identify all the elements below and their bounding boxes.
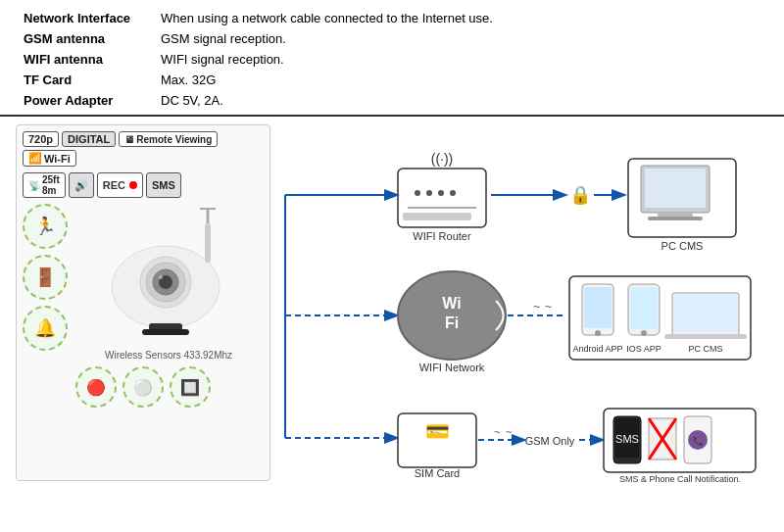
svg-text:💳: 💳 bbox=[425, 419, 450, 443]
network-diagram-svg: PC CMS === --> ((·)) WIFI Router 🔒 bbox=[280, 124, 760, 487]
sensor-pir: 🏃 bbox=[23, 204, 68, 249]
svg-text:~: ~ bbox=[545, 300, 552, 314]
camera-label: Wireless Sensors 433.92Mhz bbox=[105, 350, 232, 361]
sensors-bottom-row: 🔴 ⚪ 🔲 bbox=[23, 366, 264, 408]
spec-label: WIFI antenna bbox=[16, 49, 153, 70]
badge-remote-viewing: 🖥 Remote Viewing bbox=[119, 131, 218, 147]
badge-sms: SMS bbox=[146, 172, 181, 198]
alarm-icon: 🔴 bbox=[86, 378, 106, 397]
svg-point-46 bbox=[641, 330, 647, 336]
badge-range: 📡 25ft8m bbox=[23, 172, 66, 198]
svg-rect-45 bbox=[630, 288, 658, 329]
specs-table-wrapper: Network InterfaceWhen using a network ca… bbox=[0, 0, 784, 117]
spec-label: Network Interface bbox=[16, 8, 153, 28]
camera-image-area: Wireless Sensors 433.92Mhz bbox=[74, 204, 264, 361]
svg-text:SMS & Phone Call Notification.: SMS & Phone Call Notification. bbox=[619, 474, 741, 484]
monitor-icon: 🖥 bbox=[124, 134, 134, 145]
sensors-left-column: 🏃 🚪 🔔 bbox=[23, 204, 68, 361]
badge-digital: DIGITAL bbox=[62, 131, 116, 147]
smoke-icon: 🔔 bbox=[34, 317, 56, 339]
spec-value: GSM signal reception. bbox=[153, 28, 768, 49]
badge-wifi: 📶 Wi-Fi bbox=[23, 150, 76, 167]
rec-indicator bbox=[129, 181, 137, 189]
camera-main-area: 🏃 🚪 🔔 bbox=[23, 204, 264, 361]
svg-point-7 bbox=[159, 275, 163, 279]
svg-text:WIFI Router: WIFI Router bbox=[413, 230, 471, 242]
camera-svg bbox=[95, 204, 242, 346]
specs-table: Network InterfaceWhen using a network ca… bbox=[16, 8, 768, 111]
svg-rect-10 bbox=[205, 223, 211, 263]
camera-panel: 720p DIGITAL 🖥 Remote Viewing 📶 Wi-Fi 📡 … bbox=[16, 124, 270, 481]
svg-text:SIM Card: SIM Card bbox=[415, 467, 460, 479]
spec-label: Power Adapter bbox=[16, 90, 153, 111]
svg-rect-18 bbox=[403, 213, 471, 220]
svg-rect-9 bbox=[142, 329, 189, 335]
badge-speaker: 🔊 bbox=[69, 172, 94, 198]
sensor-smoke: 🔔 bbox=[23, 306, 68, 351]
spec-value: Max. 32G bbox=[153, 70, 768, 90]
spec-value: DC 5V, 2A. bbox=[153, 90, 768, 111]
wifi-icon: 📶 bbox=[28, 152, 42, 165]
svg-point-16 bbox=[438, 190, 444, 196]
svg-text:~: ~ bbox=[533, 300, 540, 314]
svg-point-15 bbox=[426, 190, 432, 196]
svg-text:PC CMS: PC CMS bbox=[662, 240, 704, 252]
sensor-sensor3: 🔲 bbox=[170, 366, 211, 408]
sensor-alarm: 🔴 bbox=[75, 366, 117, 408]
svg-text:Fi: Fi bbox=[445, 314, 459, 331]
range-icon: 📡 bbox=[28, 180, 40, 191]
svg-rect-24 bbox=[645, 169, 706, 208]
svg-text:GSM Only: GSM Only bbox=[525, 435, 575, 447]
spec-label: GSM antenna bbox=[16, 28, 153, 49]
speaker-icon: 🔊 bbox=[74, 179, 88, 192]
camera-badges-row2: 📡 25ft8m 🔊 REC SMS bbox=[23, 172, 264, 198]
right-diagram: PC CMS === --> ((·)) WIFI Router 🔒 bbox=[280, 124, 768, 481]
svg-text:IOS APP: IOS APP bbox=[626, 344, 662, 354]
sensor-door: 🚪 bbox=[23, 255, 68, 300]
sensor3-icon: 🔲 bbox=[180, 378, 200, 397]
svg-point-14 bbox=[415, 190, 420, 196]
camera-badges-row1: 720p DIGITAL 🖥 Remote Viewing 📶 Wi-Fi bbox=[23, 131, 264, 167]
svg-text:~: ~ bbox=[506, 426, 512, 438]
svg-text:PC CMS: PC CMS bbox=[688, 344, 722, 354]
svg-text:📞: 📞 bbox=[693, 435, 705, 447]
svg-text:SMS: SMS bbox=[615, 433, 639, 445]
svg-point-42 bbox=[595, 330, 601, 336]
svg-text:((·)): ((·)) bbox=[431, 151, 454, 167]
svg-rect-41 bbox=[584, 287, 612, 328]
badge-720p: 720p bbox=[23, 131, 59, 147]
sensor-sensor2: ⚪ bbox=[122, 366, 164, 408]
svg-rect-26 bbox=[648, 217, 703, 220]
pir-icon: 🏃 bbox=[34, 216, 56, 237]
spec-value: WIFI signal reception. bbox=[153, 49, 768, 70]
door-icon: 🚪 bbox=[34, 266, 56, 288]
svg-text:Android APP: Android APP bbox=[572, 344, 622, 354]
badge-rec: REC bbox=[97, 172, 143, 198]
svg-text:WIFI Network: WIFI Network bbox=[419, 362, 485, 373]
spec-value: When using a network cable connected to … bbox=[153, 8, 768, 28]
svg-text:Wi: Wi bbox=[442, 295, 461, 312]
svg-rect-50 bbox=[664, 334, 747, 339]
svg-text:🔒: 🔒 bbox=[569, 184, 592, 206]
diagram-area: 720p DIGITAL 🖥 Remote Viewing 📶 Wi-Fi 📡 … bbox=[0, 117, 784, 489]
svg-text:~: ~ bbox=[494, 426, 500, 438]
spec-label: TF Card bbox=[16, 70, 153, 90]
svg-rect-49 bbox=[674, 295, 737, 331]
svg-point-17 bbox=[450, 190, 456, 196]
sensor2-icon: ⚪ bbox=[133, 378, 153, 397]
